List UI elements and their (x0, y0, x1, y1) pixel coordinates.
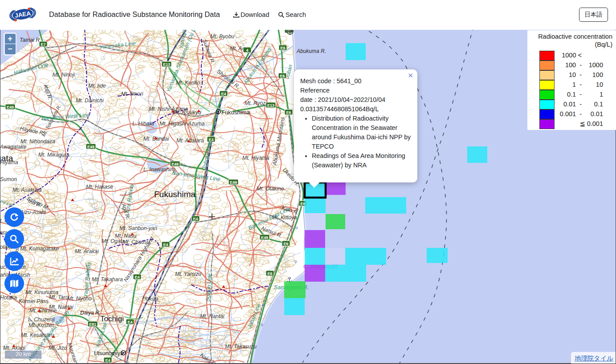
svg-text:E7: E7 (41, 42, 45, 47)
svg-text:E4: E4 (163, 243, 168, 247)
svg-text:Utsunomiya: Utsunomiya (94, 350, 123, 356)
svg-text:Fukushima: Fukushima (154, 190, 196, 199)
svg-text:Mt. Shirane: Mt. Shirane (29, 307, 57, 314)
svg-text:Mt. Iimori: Mt. Iimori (121, 91, 143, 97)
svg-text:E4: E4 (193, 217, 198, 221)
svg-text:Awagatake: Awagatake (0, 144, 26, 150)
svg-text:Konsei Pass: Konsei Pass (19, 298, 49, 304)
svg-text:Hiyama: Hiyama (0, 159, 18, 166)
svg-text:E4: E4 (208, 138, 213, 142)
svg-text:Mt. Dainichi: Mt. Dainichi (76, 97, 104, 104)
svg-text:Mt. Adatara: Mt. Adatara (176, 138, 204, 144)
svg-text:Mt. Byobu: Mt. Byobu (210, 33, 234, 40)
svg-text:E6: E6 (283, 242, 288, 246)
svg-text:4: 4 (246, 48, 248, 53)
svg-text:E13: E13 (267, 103, 274, 108)
svg-text:Mt. Nantai: Mt. Nantai (200, 313, 224, 320)
svg-text:E6: E6 (280, 74, 285, 78)
svg-text:E49: E49 (87, 145, 94, 149)
svg-text:Mt. Otakine: Mt. Otakine (257, 186, 284, 192)
svg-text:E4: E4 (105, 358, 110, 363)
svg-text:Mt. Asakusa: Mt. Asakusa (12, 187, 42, 193)
svg-text:E6: E6 (286, 110, 291, 115)
svg-text:Sumon: Sumon (0, 176, 17, 182)
svg-text:E81: E81 (89, 322, 96, 327)
svg-text:Hotaka: Hotaka (0, 295, 17, 301)
svg-text:Mt. Yamizo: Mt. Yamizo (175, 271, 201, 277)
svg-text:E6: E6 (280, 46, 285, 50)
svg-text:Mt. Kuriko: Mt. Kuriko (176, 80, 200, 86)
svg-text:Fukushima: Fukushima (221, 109, 250, 116)
svg-text:Mt. Arakai: Mt. Arakai (75, 248, 99, 255)
svg-text:Mt. Takahara: Mt. Takahara (92, 276, 123, 283)
svg-text:Mt. Komagatake: Mt. Komagatake (20, 246, 59, 252)
svg-text:Mt. Issaikyo: Mt. Issaikyo (173, 109, 201, 116)
svg-text:Mt. Mikagura: Mt. Mikagura (38, 152, 69, 158)
svg-text:Mt. Ogata: Mt. Ogata (102, 238, 125, 244)
svg-text:Mt. Ninoji: Mt. Ninoji (53, 72, 75, 78)
svg-text:L. Chuzenji: L. Chuzenji (28, 316, 55, 323)
svg-text:L. Inawashiro: L. Inawashiro (143, 166, 175, 173)
svg-text:E49: E49 (230, 180, 237, 185)
svg-text:E49: E49 (171, 162, 179, 166)
svg-text:Mt. Takasuzu: Mt. Takasuzu (225, 344, 257, 350)
svg-text:Mt. Iide: Mt. Iide (88, 83, 106, 89)
svg-text:Mt. Higashi-Azuma: Mt. Higashi-Azuma (159, 121, 205, 127)
svg-text:E13: E13 (163, 62, 170, 67)
svg-text:Mt. Hakase: Mt. Hakase (86, 184, 113, 190)
svg-text:Mt. Sanbon-yari: Mt. Sanbon-yari (119, 225, 157, 231)
svg-text:Mt. Hiyama: Mt. Hiyama (242, 155, 269, 161)
svg-text:Mt. Taro: Mt. Taro (49, 294, 69, 300)
svg-text:Tainai R.: Tainai R. (20, 37, 41, 43)
svg-text:E4: E4 (127, 320, 132, 324)
svg-text:E49: E49 (7, 105, 14, 109)
svg-text:E4: E4 (135, 275, 139, 279)
svg-text:E4: E4 (221, 92, 226, 96)
svg-text:L. Hibara: L. Hibara (132, 121, 154, 127)
svg-text:Daiya R.: Daiya R. (80, 310, 101, 316)
svg-text:Mt. Jizo: Mt. Jizo (49, 345, 67, 351)
svg-text:E6: E6 (267, 271, 272, 276)
svg-text:E49: E49 (261, 235, 268, 240)
svg-text:E6: E6 (300, 202, 305, 206)
svg-text:Tochigi: Tochigi (100, 315, 124, 323)
svg-text:Abukuma R.: Abukuma R. (296, 48, 326, 54)
